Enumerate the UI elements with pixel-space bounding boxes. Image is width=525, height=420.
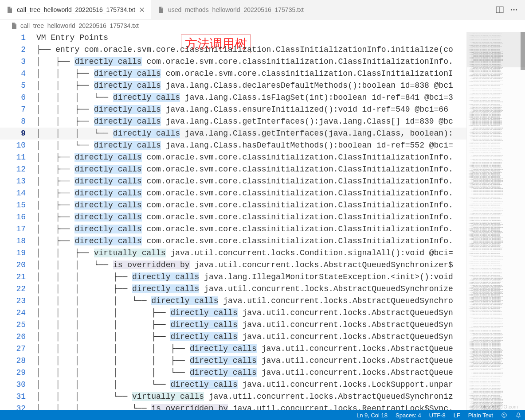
code-line[interactable]: 23│ │ │ │ └── directly calls java.util.c… bbox=[0, 295, 466, 307]
code-text: │ ├── directly calls com.oracle.svm.core… bbox=[36, 199, 453, 211]
code-text: │ │ │ └── is overridden by java.util.con… bbox=[36, 259, 453, 271]
tab-inactive[interactable]: used_methods_helloworld_20220516_175735.… bbox=[151, 0, 310, 19]
tab-active[interactable]: call_tree_helloworld_20220516_175734.txt bbox=[0, 0, 151, 19]
code-line[interactable]: 12│ ├── directly calls com.oracle.svm.co… bbox=[0, 163, 466, 175]
close-icon[interactable] bbox=[139, 7, 145, 13]
line-number: 19 bbox=[0, 247, 36, 259]
svg-point-4 bbox=[516, 9, 517, 10]
code-text: │ ├── directly calls com.oracle.svm.core… bbox=[36, 223, 453, 235]
code-line[interactable]: 20│ │ │ └── is overridden by java.util.c… bbox=[0, 259, 466, 271]
minimap-scrollbar[interactable] bbox=[521, 32, 525, 70]
code-line[interactable]: 13│ ├── directly calls com.oracle.svm.co… bbox=[0, 175, 466, 187]
line-number: 23 bbox=[0, 295, 36, 307]
code-text: VM Entry Points bbox=[36, 32, 108, 44]
code-line[interactable]: 3│ ├── directly calls com.oracle.svm.cor… bbox=[0, 56, 466, 68]
code-line[interactable]: 4│ │ ├── directly calls com.oracle.svm.c… bbox=[0, 68, 466, 80]
code-text: ├── entry com.oracle.svm.core.classiniti… bbox=[36, 44, 453, 56]
status-encoding[interactable]: UTF-8 bbox=[429, 412, 446, 419]
code-line[interactable]: 28│ │ │ │ │ ├── directly calls java.util… bbox=[0, 355, 466, 367]
code-line[interactable]: 9│ │ │ └── directly calls java.lang.Clas… bbox=[0, 128, 466, 140]
code-line[interactable]: 22│ │ │ ├── directly calls java.util.con… bbox=[0, 283, 466, 295]
code-line[interactable]: 2├── entry com.oracle.svm.core.classinit… bbox=[0, 44, 466, 56]
code-line[interactable]: 11│ ├── directly calls com.oracle.svm.co… bbox=[0, 152, 466, 163]
split-editor-icon[interactable] bbox=[496, 6, 504, 14]
code-text: │ │ ├── virtually calls java.util.concur… bbox=[36, 247, 453, 259]
line-number: 30 bbox=[0, 379, 36, 391]
code-text: │ │ │ └── directly calls java.lang.Class… bbox=[36, 92, 453, 104]
code-line[interactable]: 14│ ├── directly calls com.oracle.svm.co… bbox=[0, 187, 466, 199]
line-number: 26 bbox=[0, 331, 36, 343]
watermark: blog.51CTO.com bbox=[481, 404, 518, 409]
code-text: │ ├── directly calls com.oracle.svm.core… bbox=[36, 211, 453, 223]
code-line[interactable]: 5│ │ ├── directly calls java.lang.Class.… bbox=[0, 80, 466, 92]
code-line[interactable]: 19│ │ ├── virtually calls java.util.conc… bbox=[0, 247, 466, 259]
code-line[interactable]: 25│ │ │ │ ├── directly calls java.util.c… bbox=[0, 319, 466, 331]
breadcrumb[interactable]: call_tree_helloworld_20220516_175734.txt bbox=[0, 19, 525, 32]
code-text: │ │ │ │ └── directly calls java.util.con… bbox=[36, 295, 453, 307]
code-text: │ │ │ └── is overridden by java.util.con… bbox=[36, 403, 453, 410]
status-bell-icon[interactable] bbox=[515, 412, 521, 418]
code-line[interactable]: 31│ │ │ └── virtually calls java.util.co… bbox=[0, 391, 466, 403]
line-number: 16 bbox=[0, 211, 36, 223]
line-number: 4 bbox=[0, 68, 36, 80]
line-number: 32 bbox=[0, 403, 36, 410]
code-line[interactable]: 29│ │ │ │ │ └── directly calls java.util… bbox=[0, 367, 466, 379]
code-text: │ │ │ └── directly calls java.lang.Class… bbox=[36, 128, 453, 140]
code-text: │ │ │ ├── directly calls java.util.concu… bbox=[36, 283, 453, 295]
line-number: 18 bbox=[0, 235, 36, 247]
code-text: │ │ │ │ │ └── directly calls java.util.c… bbox=[36, 367, 453, 379]
code-line[interactable]: 17│ ├── directly calls com.oracle.svm.co… bbox=[0, 223, 466, 235]
code-text: │ │ │ │ ├── directly calls java.util.con… bbox=[36, 331, 453, 343]
line-number: 9 bbox=[0, 128, 36, 140]
line-number: 25 bbox=[0, 319, 36, 331]
tab-actions bbox=[489, 0, 525, 19]
code-line[interactable]: 32│ │ │ └── is overridden by java.util.c… bbox=[0, 403, 466, 410]
minimap-viewport[interactable] bbox=[467, 32, 525, 67]
code-line[interactable]: 15│ ├── directly calls com.oracle.svm.co… bbox=[0, 199, 466, 211]
line-number: 7 bbox=[0, 104, 36, 116]
line-number: 27 bbox=[0, 343, 36, 355]
line-number: 2 bbox=[0, 44, 36, 56]
code-line[interactable]: 16│ ├── directly calls com.oracle.svm.co… bbox=[0, 211, 466, 223]
line-number: 28 bbox=[0, 355, 36, 367]
line-number: 6 bbox=[0, 92, 36, 104]
code-line[interactable]: 10│ │ └── directly calls java.lang.Class… bbox=[0, 140, 466, 152]
status-eol[interactable]: LF bbox=[454, 412, 460, 419]
code-text: │ │ │ ├── directly calls java.lang.Illeg… bbox=[36, 271, 453, 283]
line-number: 24 bbox=[0, 307, 36, 319]
svg-point-5 bbox=[502, 413, 507, 418]
editor-main[interactable]: 1VM Entry Points2├── entry com.oracle.sv… bbox=[0, 32, 466, 410]
status-cursor[interactable]: Ln 9, Col 18 bbox=[357, 412, 388, 419]
line-number: 8 bbox=[0, 116, 36, 128]
code-line[interactable]: 27│ │ │ │ │ ├── directly calls java.util… bbox=[0, 343, 466, 355]
more-icon[interactable] bbox=[510, 6, 518, 14]
tab-inactive-label: used_methods_helloworld_20220516_175735.… bbox=[168, 6, 304, 13]
status-feedback-icon[interactable] bbox=[501, 412, 507, 418]
minimap-content: ─ directly calls java.util.concurrent.lo… bbox=[467, 32, 525, 410]
code-line[interactable]: 21│ │ │ ├── directly calls java.lang.Ill… bbox=[0, 271, 466, 283]
status-bar: Ln 9, Col 18 Spaces: 4 UTF-8 LF Plain Te… bbox=[0, 410, 525, 420]
minimap[interactable]: ─ directly calls java.util.concurrent.lo… bbox=[466, 32, 525, 410]
line-number: 29 bbox=[0, 367, 36, 379]
line-number: 12 bbox=[0, 163, 36, 175]
line-number: 15 bbox=[0, 199, 36, 211]
status-language-mode[interactable]: Plain Text bbox=[468, 412, 493, 419]
code-line[interactable]: 24│ │ │ │ ├── directly calls java.util.c… bbox=[0, 307, 466, 319]
code-text: │ │ │ │ ├── directly calls java.util.con… bbox=[36, 307, 453, 319]
line-number: 21 bbox=[0, 271, 36, 283]
svg-point-3 bbox=[513, 9, 514, 10]
line-number: 11 bbox=[0, 152, 36, 163]
code-line[interactable]: 6│ │ │ └── directly calls java.lang.Clas… bbox=[0, 92, 466, 104]
code-line[interactable]: 18│ ├── directly calls com.oracle.svm.co… bbox=[0, 235, 466, 247]
line-number: 13 bbox=[0, 175, 36, 187]
code-line[interactable]: 30│ │ │ │ └── directly calls java.util.c… bbox=[0, 379, 466, 391]
code-line[interactable]: 7│ │ ├── directly calls java.lang.Class.… bbox=[0, 104, 466, 116]
svg-point-2 bbox=[511, 9, 512, 10]
code-line[interactable]: 1VM Entry Points bbox=[0, 32, 466, 44]
code-text: │ │ │ │ └── directly calls java.util.con… bbox=[36, 379, 453, 391]
code-text: │ │ │ │ ├── directly calls java.util.con… bbox=[36, 319, 453, 331]
code-line[interactable]: 26│ │ │ │ ├── directly calls java.util.c… bbox=[0, 331, 466, 343]
code-line[interactable]: 8│ │ ├── directly calls java.lang.Class.… bbox=[0, 116, 466, 128]
code-text: │ ├── directly calls com.oracle.svm.core… bbox=[36, 56, 453, 68]
status-spaces[interactable]: Spaces: 4 bbox=[396, 412, 421, 419]
